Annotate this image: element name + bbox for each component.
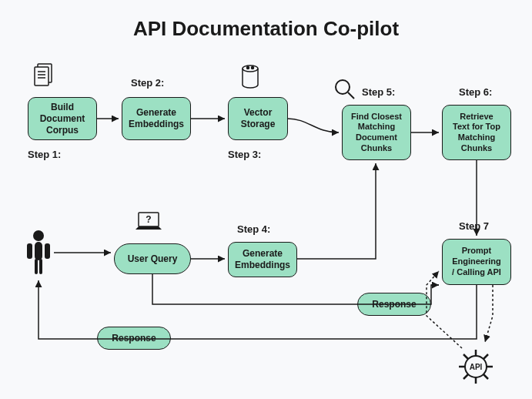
step-7-label: Step 7 xyxy=(459,220,489,232)
svg-rect-15 xyxy=(39,259,42,274)
person-icon xyxy=(23,228,54,280)
svg-rect-11 xyxy=(35,242,42,260)
node-prompt-engineering: Prompt Engineering / Calling API xyxy=(442,239,511,285)
svg-text:?: ? xyxy=(146,214,151,225)
node-user-query: User Query xyxy=(114,243,191,274)
database-icon xyxy=(239,63,262,96)
svg-line-25 xyxy=(483,354,488,359)
step-6-label: Step 6: xyxy=(459,86,492,98)
response-pill-2: Response xyxy=(357,293,431,316)
svg-point-6 xyxy=(247,67,249,69)
step-4-label: Step 4: xyxy=(237,223,270,235)
step-5-label: Step 5: xyxy=(362,86,395,98)
svg-line-24 xyxy=(483,374,488,379)
svg-point-5 xyxy=(243,65,258,72)
svg-rect-14 xyxy=(35,259,38,274)
arrows xyxy=(0,0,532,399)
svg-line-26 xyxy=(463,374,468,379)
step-3-label: Step 3: xyxy=(228,149,261,160)
svg-rect-12 xyxy=(27,243,32,259)
step-1-label: Step 1: xyxy=(28,149,61,160)
node-find-closest-chunks: Find Closest Matching Document Chunks xyxy=(342,105,411,160)
svg-line-23 xyxy=(463,354,468,359)
magnifier-icon xyxy=(333,77,357,105)
diagram-title: API Documentation Co-pilot xyxy=(0,17,532,41)
laptop-question-icon: ? xyxy=(131,210,166,240)
step-2-label: Step 2: xyxy=(131,77,164,89)
response-pill-1: Response xyxy=(97,327,171,350)
node-generate-embeddings-2: Generate Embeddings xyxy=(228,242,297,277)
svg-point-10 xyxy=(33,230,44,241)
svg-line-9 xyxy=(348,92,354,99)
documents-icon xyxy=(29,60,59,92)
svg-point-7 xyxy=(252,67,254,69)
svg-rect-13 xyxy=(45,243,50,259)
svg-text:API: API xyxy=(470,363,483,371)
svg-rect-1 xyxy=(35,67,49,86)
node-generate-embeddings-1: Generate Embeddings xyxy=(122,97,191,140)
svg-point-8 xyxy=(336,80,350,94)
api-gear-icon: API xyxy=(454,345,497,391)
node-build-corpus: Build Document Corpus xyxy=(28,97,97,140)
node-retrieve-text: Retrieve Text for Top Matching Chunks xyxy=(442,105,511,160)
node-vector-storage: Vector Storage xyxy=(228,97,288,140)
